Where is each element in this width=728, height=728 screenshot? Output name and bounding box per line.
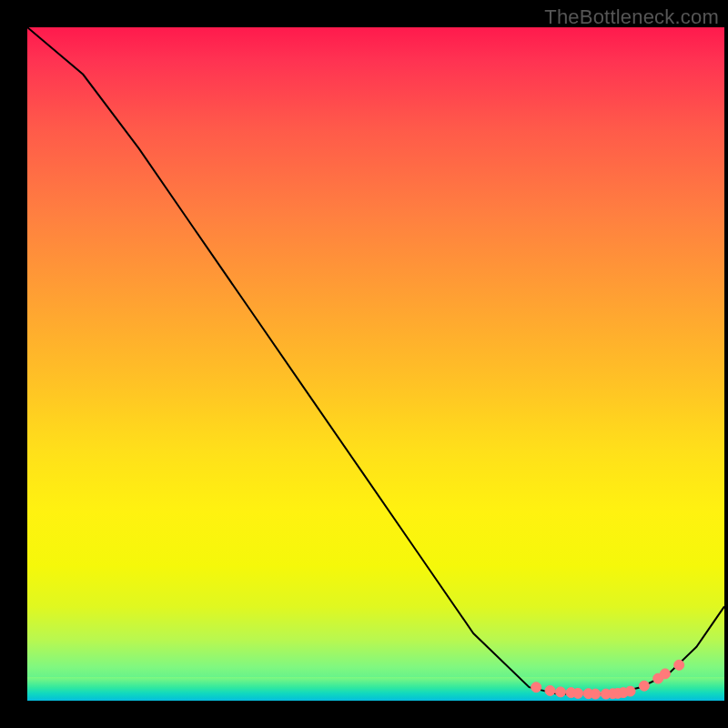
data-marker xyxy=(660,669,670,679)
data-marker xyxy=(556,687,566,697)
data-marker xyxy=(674,660,684,670)
data-marker xyxy=(573,688,583,698)
curve-path xyxy=(27,27,724,694)
data-marker xyxy=(591,689,601,699)
chart-plot-area xyxy=(27,27,724,701)
watermark-text: TheBottleneck.com xyxy=(544,5,719,29)
data-marker xyxy=(531,682,541,693)
bottleneck-curve xyxy=(27,27,724,701)
data-marker xyxy=(625,686,635,696)
data-marker xyxy=(545,685,555,695)
data-marker xyxy=(639,681,649,691)
